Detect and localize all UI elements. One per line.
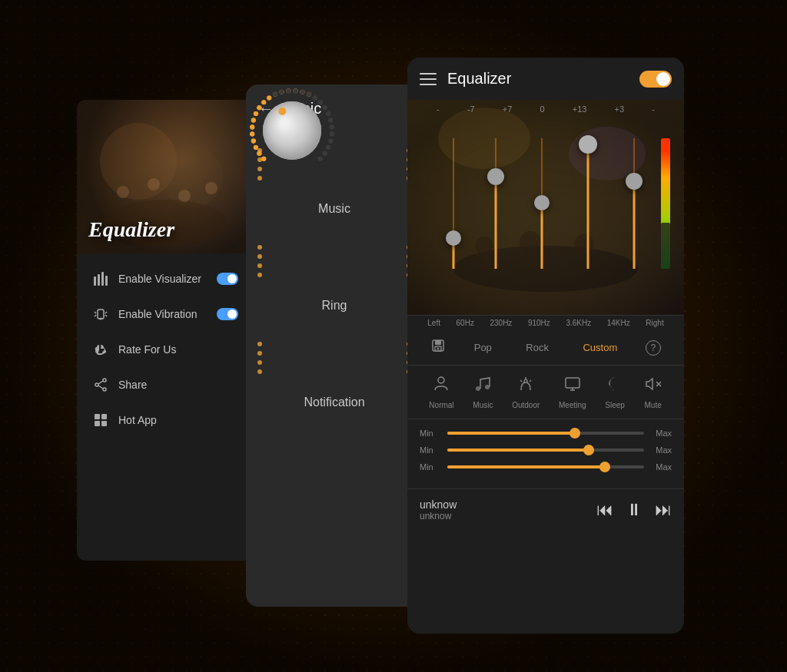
svg-rect-8 (98, 274, 100, 286)
vol-min-3: Min (420, 462, 443, 472)
svg-line-14 (95, 315, 96, 316)
prev-button[interactable]: ⏮ (596, 500, 613, 520)
app-title-text: Equalizer (88, 217, 174, 242)
vol-max-3: Max (649, 462, 672, 472)
music-label: Music (473, 401, 493, 409)
menu-label-hotapp: Hot App (118, 414, 157, 426)
eq-label-minus: - (437, 104, 440, 114)
knob-notification-label: Notification (304, 396, 364, 409)
vibration-toggle[interactable] (217, 308, 238, 320)
menu-item-rate[interactable]: Rate For Us (77, 332, 254, 367)
side-dot (257, 351, 262, 356)
vol-track-3[interactable] (447, 465, 644, 468)
sound-mode-sleep[interactable]: Sleep (605, 375, 625, 409)
freq-label-230hz: 230Hz (490, 319, 512, 327)
vibration-icon (92, 306, 109, 323)
vol-row-1: Min Max (420, 429, 672, 438)
svg-line-13 (95, 312, 96, 313)
next-button[interactable]: ⏭ (655, 500, 672, 520)
eq-value-labels: - -7 +7 0 +13 +3 - (407, 100, 684, 118)
preset-rock[interactable]: Rock (520, 339, 555, 356)
vol-track-1[interactable] (447, 432, 644, 435)
eq-power-toggle[interactable] (639, 71, 672, 88)
menu-item-vibration[interactable]: Enable Vibration (77, 296, 254, 332)
hamburger-line-1 (420, 73, 437, 74)
svg-point-17 (103, 379, 106, 382)
eq-label-plus7: +7 (503, 104, 513, 114)
mute-icon (644, 375, 662, 398)
mute-label: Mute (644, 401, 661, 409)
svg-rect-24 (95, 421, 100, 426)
sound-mode-music[interactable]: Music (473, 375, 493, 409)
sound-mode-mute[interactable]: Mute (644, 375, 662, 409)
preset-pop[interactable]: Pop (468, 339, 498, 356)
app-header: Equalizer (77, 100, 254, 253)
svg-rect-11 (98, 310, 104, 319)
sleep-icon (606, 375, 624, 398)
menu-label-vibration: Enable Vibration (118, 308, 197, 320)
menu-item-hotapp[interactable]: Hot App (77, 402, 254, 438)
svg-rect-7 (94, 276, 96, 286)
knob-notification[interactable] (246, 84, 338, 177)
sound-mode-meeting[interactable]: Meeting (559, 375, 586, 409)
knob-row-notification (246, 334, 423, 382)
freq-label-910hz: 910Hz (528, 319, 550, 327)
outdoor-icon (516, 375, 535, 398)
vol-track-2[interactable] (447, 449, 644, 452)
eq-sliders-svg (407, 123, 684, 292)
help-button[interactable]: ? (646, 340, 661, 356)
left-side-dots-2 (254, 237, 266, 285)
svg-rect-22 (95, 414, 100, 419)
svg-rect-10 (105, 276, 108, 286)
svg-point-57 (476, 386, 480, 391)
menu-label-visualizer: Enable Visualizer (118, 273, 201, 285)
eq-panel-title: Equalizer (447, 70, 639, 88)
freq-label-60hz: 60Hz (457, 319, 474, 327)
preset-custom[interactable]: Custom (576, 339, 623, 356)
music-icon (473, 375, 492, 398)
eq-presets: Pop Rock Custom ? (407, 330, 684, 366)
side-dot (257, 273, 262, 277)
svg-line-20 (98, 381, 103, 384)
menu-label-share: Share (118, 379, 147, 391)
freq-label-3600hz: 3.6KHz (566, 319, 591, 327)
side-dot (257, 254, 262, 259)
svg-line-60 (520, 380, 522, 382)
svg-line-21 (98, 386, 103, 389)
normal-label: Normal (429, 401, 453, 409)
vol-fill-1 (447, 432, 575, 435)
svg-rect-62 (566, 378, 579, 388)
menu-item-visualizer[interactable]: Enable Visualizer (77, 261, 254, 296)
svg-point-43 (534, 195, 550, 210)
knob-music-label: Music (318, 202, 350, 216)
hamburger-button[interactable] (420, 73, 437, 85)
menu-item-share[interactable]: Share (77, 367, 254, 402)
track-title: unknow (420, 498, 596, 511)
preset-save-icon[interactable] (430, 338, 446, 357)
eq-label-plus3: +3 (615, 104, 625, 114)
svg-point-58 (485, 385, 490, 389)
eq-chart: - -7 +7 0 +13 +3 - (407, 100, 684, 315)
play-pause-button[interactable]: ⏸ (626, 500, 643, 520)
sound-mode-normal[interactable]: Normal (429, 375, 453, 409)
sound-modes: Normal Music Out (407, 366, 684, 419)
vol-thumb-1[interactable] (569, 428, 580, 439)
svg-rect-9 (101, 272, 104, 286)
vol-row-3: Min Max (420, 462, 672, 472)
sound-mode-outdoor[interactable]: Outdoor (512, 375, 540, 409)
vol-thumb-3[interactable] (599, 462, 610, 472)
eq-freq-labels: Left 60Hz 230Hz 910Hz 3.6KHz 14KHz Right (407, 315, 684, 330)
svg-point-12 (100, 318, 102, 320)
vol-thumb-2[interactable] (583, 445, 594, 455)
rate-icon (92, 341, 109, 358)
track-info: unknow unknow (420, 498, 596, 521)
freq-label-right: Right (646, 319, 663, 327)
eq-header: Equalizer (407, 58, 684, 100)
svg-point-5 (178, 190, 191, 202)
visualizer-toggle[interactable] (217, 273, 238, 285)
right-panel: Equalizer - (407, 58, 684, 634)
svg-point-6 (205, 182, 218, 194)
side-dot (257, 369, 262, 374)
svg-point-3 (117, 186, 129, 198)
vol-min-1: Min (420, 429, 443, 438)
